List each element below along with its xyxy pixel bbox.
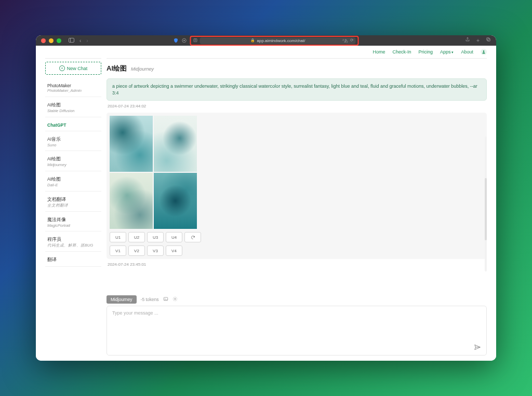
variation-buttons: V1 V2 V3 V4 bbox=[110, 245, 484, 256]
close-window-button[interactable] bbox=[41, 38, 46, 43]
reroll-icon bbox=[191, 235, 195, 240]
u1-button[interactable]: U1 bbox=[110, 232, 126, 242]
sidebar-item-title: AI音乐 bbox=[47, 136, 99, 143]
sidebar-item-chatgpt[interactable]: ChatGPT bbox=[45, 119, 101, 131]
sidebar-item-title: AI绘图 bbox=[47, 102, 99, 108]
new-chat-label: New Chat bbox=[67, 66, 88, 71]
upscale-buttons: U1 U2 U3 U4 bbox=[110, 232, 484, 242]
sidebar-item-suno[interactable]: AI音乐 Suno bbox=[45, 133, 101, 152]
send-button[interactable] bbox=[474, 344, 481, 351]
u3-button[interactable]: U3 bbox=[147, 232, 164, 242]
sidebar-item-title: AI绘图 bbox=[47, 176, 99, 183]
sidebar-item-sub: 全文档翻译 bbox=[47, 203, 99, 208]
sidebar-item-title: 魔法肖像 bbox=[47, 217, 99, 223]
url-text: app.aimindwork.com/chat/ bbox=[257, 38, 305, 43]
nav-forward-icon[interactable]: › bbox=[86, 38, 88, 44]
svg-rect-7 bbox=[487, 38, 489, 40]
sidebar-item-sub: Suno bbox=[47, 143, 99, 148]
settings-icon[interactable] bbox=[172, 296, 178, 303]
sidebar-item-sub: MagicPortrait bbox=[47, 223, 99, 228]
generated-image-3[interactable] bbox=[110, 173, 153, 229]
browser-window: ‹ › 🔒 app.aimindwork.com/chat/ bbox=[36, 35, 496, 361]
sidebar-item-sub: Stable Diffusion bbox=[47, 108, 99, 114]
chat-title: AI绘图 bbox=[107, 64, 127, 73]
reader-icon[interactable] bbox=[193, 38, 198, 44]
share-icon[interactable] bbox=[465, 37, 470, 44]
sidebar-item-magicportrait[interactable]: 魔法肖像 MagicPortrait bbox=[45, 214, 101, 232]
extension-icon[interactable] bbox=[182, 36, 187, 45]
sidebar-item-coder[interactable]: 程序员 代码生成、解释、抓BUG bbox=[45, 234, 101, 252]
svg-point-11 bbox=[165, 298, 165, 299]
nav-about[interactable]: About bbox=[461, 49, 473, 54]
new-tab-icon[interactable]: ＋ bbox=[475, 37, 481, 44]
sidebar-item-dalle[interactable]: AI绘图 Dall-E bbox=[45, 173, 101, 192]
sidebar-item-translate[interactable]: 翻译 bbox=[45, 254, 101, 267]
composer-bar: Midjourney -5 tokens bbox=[107, 293, 487, 306]
sidebar-item-title: 文档翻译 bbox=[47, 197, 99, 203]
privacy-shield-icon[interactable] bbox=[174, 38, 179, 43]
v4-button[interactable]: V4 bbox=[166, 245, 182, 256]
sidebar-item-photomaker[interactable]: PhotoMaker PhotoMaker_Admin bbox=[45, 80, 101, 97]
generated-image-2[interactable] bbox=[154, 116, 197, 172]
url-bar[interactable]: 🔒 app.aimindwork.com/chat/ ᴬあ ⟳ bbox=[200, 37, 356, 44]
reload-icon[interactable]: ⟳ bbox=[350, 38, 354, 44]
traffic-lights bbox=[41, 38, 61, 43]
nav-pricing[interactable]: Pricing bbox=[418, 49, 433, 54]
translate-icon[interactable]: ᴬあ bbox=[342, 38, 348, 44]
v1-button[interactable]: V1 bbox=[110, 245, 126, 256]
response-card: U1 U2 U3 U4 V1 V2 V3 V4 bbox=[107, 113, 487, 259]
sidebar-item-sub: PhotoMaker_Admin bbox=[47, 88, 99, 93]
sidebar-item-title: 翻译 bbox=[47, 257, 99, 263]
minimize-window-button[interactable] bbox=[49, 38, 54, 43]
browser-titlebar: ‹ › 🔒 app.aimindwork.com/chat/ bbox=[36, 35, 496, 46]
zoom-window-button[interactable] bbox=[57, 38, 61, 43]
sidebar: + New Chat PhotoMaker PhotoMaker_Admin A… bbox=[45, 58, 101, 356]
sidebar-item-title: ChatGPT bbox=[47, 122, 99, 128]
nav-back-icon[interactable]: ‹ bbox=[79, 38, 81, 44]
svg-rect-0 bbox=[69, 38, 74, 42]
sidebar-item-title: AI绘图 bbox=[47, 156, 99, 162]
scrollbar[interactable] bbox=[485, 136, 487, 271]
reroll-button[interactable] bbox=[184, 232, 201, 242]
image-grid bbox=[110, 116, 197, 229]
lock-icon: 🔒 bbox=[250, 38, 255, 43]
sidebar-item-sub: Midjourney bbox=[47, 162, 99, 168]
u2-button[interactable]: U2 bbox=[128, 232, 145, 242]
sidebar-item-sd[interactable]: AI绘图 Stable Diffusion bbox=[45, 99, 101, 117]
sidebar-item-doc-translate[interactable]: 文档翻译 全文档翻译 bbox=[45, 194, 101, 212]
svg-rect-8 bbox=[487, 38, 490, 41]
generated-image-4[interactable] bbox=[154, 173, 197, 229]
page: Home Check-In Pricing Apps About + New C… bbox=[36, 46, 496, 361]
v2-button[interactable]: V2 bbox=[128, 245, 145, 256]
plus-icon: + bbox=[59, 65, 65, 71]
chat-main: AI绘图 Midjourney a piece of artwork depic… bbox=[107, 58, 487, 356]
nav-checkin[interactable]: Check-In bbox=[392, 49, 411, 54]
nav-apps[interactable]: Apps bbox=[440, 49, 454, 54]
user-prompt-bubble: a piece of artwork depicting a swimmer u… bbox=[107, 78, 487, 101]
chat-subtitle: Midjourney bbox=[131, 66, 154, 72]
nav-home[interactable]: Home bbox=[373, 49, 385, 54]
sidebar-item-sub: Dall-E bbox=[47, 183, 99, 188]
prompt-timestamp: 2024-07-24 23:44:02 bbox=[108, 104, 486, 108]
sidebar-toggle-icon[interactable] bbox=[69, 38, 74, 44]
model-tag[interactable]: Midjourney bbox=[107, 295, 137, 304]
u4-button[interactable]: U4 bbox=[166, 232, 182, 242]
v3-button[interactable]: V3 bbox=[147, 245, 164, 256]
message-input[interactable]: Type your message ... bbox=[107, 306, 487, 356]
new-chat-button[interactable]: + New Chat bbox=[45, 62, 101, 75]
user-menu-icon[interactable] bbox=[481, 49, 487, 55]
svg-point-9 bbox=[483, 50, 485, 52]
top-nav: Home Check-In Pricing Apps About bbox=[36, 46, 496, 58]
chat-header: AI绘图 Midjourney bbox=[107, 62, 487, 78]
sidebar-item-sub: 代码生成、解释、抓BUG bbox=[47, 243, 99, 248]
scrollbar-thumb[interactable] bbox=[485, 178, 487, 240]
user-prompt-text: a piece of artwork depicting a swimmer u… bbox=[112, 84, 477, 95]
response-timestamp: 2024-07-24 23:45:01 bbox=[108, 262, 486, 267]
image-attach-icon[interactable] bbox=[163, 296, 168, 303]
url-highlight: 🔒 app.aimindwork.com/chat/ ᴬあ ⟳ bbox=[190, 36, 359, 46]
sidebar-item-midjourney[interactable]: AI绘图 Midjourney bbox=[45, 153, 101, 171]
svg-point-12 bbox=[174, 298, 176, 300]
generated-image-1[interactable] bbox=[110, 116, 153, 172]
sidebar-item-title: 程序员 bbox=[47, 237, 99, 243]
tabs-icon[interactable] bbox=[486, 37, 491, 44]
